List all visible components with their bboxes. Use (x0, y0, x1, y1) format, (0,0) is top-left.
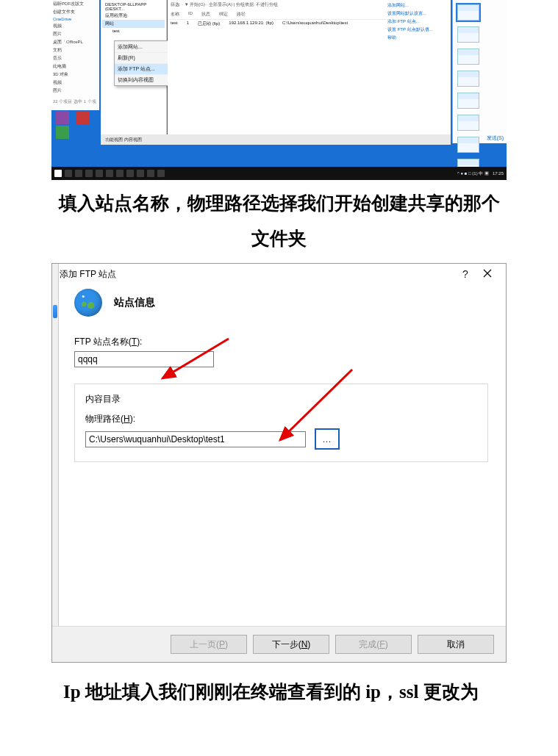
taskbar-app-3[interactable] (106, 170, 113, 177)
col-id: ID (188, 11, 193, 18)
thumbnail-7[interactable] (457, 137, 479, 153)
desktop-icon-1[interactable] (54, 111, 71, 124)
thumbnail-4[interactable] (457, 71, 479, 87)
panel-item: 音乐 (51, 54, 99, 62)
panel-item: 图片 (51, 30, 99, 38)
close-button[interactable] (476, 268, 498, 280)
col-name: 名称 (171, 11, 179, 18)
taskbar-app-4[interactable] (116, 170, 124, 177)
site-name-group: FTP 站点名称(T): (74, 336, 488, 373)
tray-area[interactable]: ^ ● ■ □ (1) 中 ▣ 17:25 (457, 170, 504, 177)
site-name-input[interactable] (74, 351, 214, 367)
tree-app-pools[interactable]: 应用程序池 (102, 12, 165, 20)
panel-item: 桌面「OfficePL (51, 38, 99, 46)
instruction-caption-1: 填入站点名称，物理路径选择我们开始创建共享的那个文件夹 (51, 186, 507, 256)
desktop-icon-2[interactable] (74, 111, 91, 124)
dialog-heading: 站点信息 (114, 296, 155, 309)
left-bleed (52, 264, 59, 662)
cell-name: test (171, 21, 178, 27)
site-name-label: FTP 站点名称(T): (74, 336, 488, 348)
globe-icon (74, 289, 102, 317)
tray-icons: ^ ● ■ □ (1) 中 ▣ (457, 171, 489, 176)
taskbar[interactable]: ^ ● ■ □ (1) 中 ▣ 17:25 (51, 167, 507, 180)
panel-item-onedrive: OneDrive (51, 16, 99, 22)
thumbnail-sidebar (452, 0, 507, 143)
taskbar-app-6[interactable] (137, 170, 144, 177)
desktop-icon-3[interactable] (54, 126, 71, 139)
taskbar-search-icon[interactable] (65, 170, 72, 177)
add-ftp-site-dialog: 添加 FTP 站点 ? 站点信息 FTP 站点名称(T): 内容目录 (51, 263, 507, 663)
panel-item: 文档 (51, 46, 99, 54)
col-path: 路径 (237, 11, 246, 18)
tree-sites[interactable]: 网站 (102, 20, 165, 28)
action-help[interactable]: 帮助 (387, 34, 449, 42)
taskbar-app-8[interactable] (157, 170, 165, 177)
cell-status: 已启动 (ftp) (198, 21, 220, 27)
taskbar-app-1[interactable] (85, 170, 93, 177)
physical-path-label: 物理路径(H): (85, 413, 477, 425)
taskbar-taskview-icon[interactable] (75, 170, 82, 177)
panel-item: 此电脑 (51, 62, 99, 71)
dialog-title: 添加 FTP 站点 (60, 268, 116, 281)
thumbnail-6[interactable] (457, 115, 479, 131)
close-icon (483, 269, 492, 278)
dialog-hero: 站点信息 (74, 289, 488, 317)
action-ftp-defaults[interactable]: 设置 FTP 站点默认值... (387, 26, 449, 34)
tree-root[interactable]: DESKTOP-6LLPAPP (DESKT... (102, 1, 165, 12)
desktop-icons (53, 110, 97, 162)
physical-path-input[interactable] (85, 431, 306, 447)
cell-id: 1 (187, 21, 189, 27)
taskbar-app-7[interactable] (147, 170, 154, 177)
panel-item: 视频 (51, 22, 99, 30)
dialog-button-bar: 上一页(P) 下一步(N) 完成(F) 取消 (52, 626, 506, 662)
tree-site-test[interactable]: test (102, 28, 165, 34)
content-directory-group: 内容目录 物理路径(H): ... (74, 384, 488, 462)
next-button[interactable]: 下一步(N) (253, 635, 329, 654)
actions-panel: 添加网站... 设置网站默认设置... 添加 FTP 站点... 设置 FTP … (386, 0, 451, 143)
iis-footer-tabs[interactable]: 功能视图 内容视图 (101, 134, 451, 145)
start-button-icon[interactable] (54, 170, 62, 177)
dialog-title-bar: 添加 FTP 站点 ? (52, 264, 506, 284)
col-status: 状态 (201, 11, 210, 18)
thumbnail-3[interactable] (457, 48, 479, 65)
taskbar-app-2[interactable] (96, 170, 103, 177)
taskbar-app-5[interactable] (126, 170, 134, 177)
thumbnail-5[interactable] (457, 93, 479, 109)
browse-button[interactable]: ... (315, 428, 340, 450)
panel-item: 福昕PDF改版文 (51, 0, 99, 8)
panel-item: 视频 (51, 79, 99, 87)
clock-text: 17:25 (493, 171, 504, 176)
thumbs-send-button[interactable]: 发送(S) (487, 134, 504, 142)
col-binding: 绑定 (219, 11, 228, 18)
finish-button[interactable]: 完成(F) (335, 635, 412, 654)
cell-binding: 192.168.1.129:21: (ftp) (229, 21, 273, 27)
panel-item: 创建文件夹 (51, 8, 99, 16)
panel-item: 3D 对象 (51, 71, 99, 79)
thumbnail-2[interactable] (457, 26, 479, 43)
action-add-website[interactable]: 添加网站... (387, 1, 449, 10)
help-button[interactable]: ? (454, 268, 476, 280)
thumbnail-1[interactable] (457, 4, 479, 21)
cell-path: C:\Users\wuquanhui\Desktop\test (282, 21, 348, 27)
status-bar: 22 个项目 选中 1 个项 (51, 98, 99, 106)
explorer-left-panel: 福昕PDF改版文 创建文件夹 OneDrive 视频 图片 桌面「OfficeP… (51, 0, 99, 110)
action-site-defaults[interactable]: 设置网站默认设置... (387, 10, 449, 18)
instruction-caption-2: Ip 地址填入我们刚刚在终端查看到的 ip，ssl 更改为 (63, 674, 507, 710)
prev-button[interactable]: 上一页(P) (171, 635, 247, 654)
top-screenshot: 福昕PDF改版文 创建文件夹 OneDrive 视频 图片 桌面「OfficeP… (51, 0, 507, 180)
panel-item: 图片 (51, 87, 99, 95)
cancel-button[interactable]: 取消 (418, 635, 494, 654)
content-dir-label: 内容目录 (85, 393, 477, 406)
action-add-ftp[interactable]: 添加 FTP 站点... (387, 18, 449, 26)
